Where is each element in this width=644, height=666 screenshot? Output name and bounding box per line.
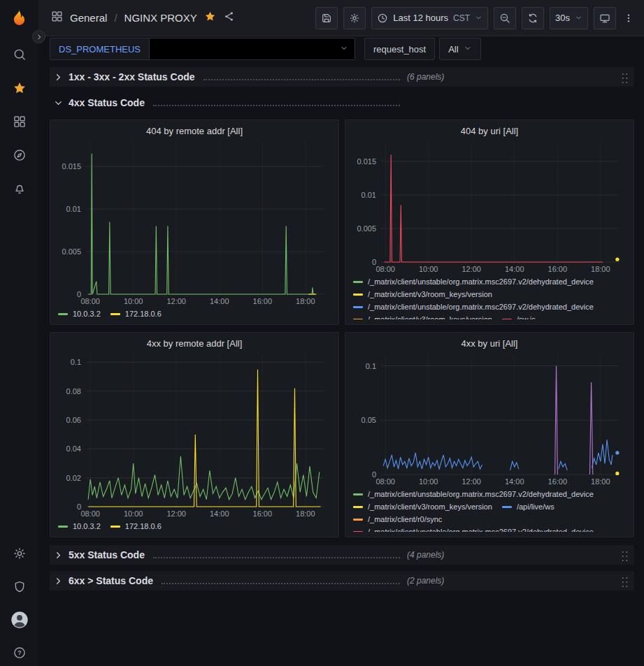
panel-404-by-uri: 404 by uri [All] 00.0050.010.01508:0010:… [345,120,634,325]
refresh-button[interactable] [522,7,544,29]
save-dashboard-button[interactable] [315,7,338,29]
legend-series-swatch [353,493,363,495]
dashboard-variables-bar: DS_PROMETHEUS request_host All [50,38,481,60]
favorite-star-icon[interactable] [204,10,216,25]
svg-text:16:00: 16:00 [253,509,273,518]
apps-icon [51,10,63,25]
breadcrumb-dashboard-title[interactable]: NGINX PROXY [124,12,197,24]
row-panel-count: (4 panels) [407,550,444,560]
row-drag-handle-icon[interactable] [621,71,629,83]
legend-item[interactable]: /_matrix/client/v3/room_keys/version [353,501,492,512]
dashboards-icon[interactable] [0,113,38,130]
share-icon[interactable] [223,10,235,25]
help-icon[interactable]: ? [0,644,38,661]
legend: /_matrix/client/unstable/org.matrix.msc2… [352,274,627,319]
datasource-variable-value[interactable] [150,38,355,60]
legend-series-swatch [353,281,363,283]
svg-text:10:00: 10:00 [419,477,438,486]
legend-item[interactable]: /_matrix/client/unstable/org.matrix.msc2… [353,526,594,532]
legend-item[interactable]: 172.18.0.6 [110,308,162,319]
breadcrumb-section[interactable]: General [70,12,107,24]
svg-text:10:00: 10:00 [124,297,143,305]
svg-text:18:00: 18:00 [296,297,315,305]
svg-text:14:00: 14:00 [210,297,229,305]
svg-text:0.015: 0.015 [357,157,376,166]
svg-text:16:00: 16:00 [548,265,568,273]
svg-text:18:00: 18:00 [591,477,610,486]
svg-text:08:00: 08:00 [375,265,395,273]
request-host-variable-label[interactable]: request_host [364,38,435,60]
legend-item[interactable]: /_matrix/client/unstable/org.matrix.msc2… [353,301,594,312]
search-icon[interactable] [0,46,38,63]
grafana-logo[interactable] [7,6,31,30]
clock-icon [377,13,388,24]
row-header-5xx[interactable]: 5xx Status Code (4 panels) [50,545,634,565]
svg-text:0.04: 0.04 [66,444,81,453]
datasource-variable-label[interactable]: DS_PROMETHEUS [50,38,150,60]
refresh-interval-dropdown[interactable]: 30s [550,7,588,29]
kebab-menu-icon[interactable] [622,7,636,29]
row-header-6xx[interactable]: 6xx > Status Code (2 panels) [50,571,634,591]
panel-title[interactable]: 404 by uri [All] [352,124,627,138]
svg-text:0.01: 0.01 [66,205,81,213]
legend-series-label: /_matrix/client/unstable/org.matrix.msc2… [368,490,594,498]
top-navigation: General / NGINX PROXY Last 12 hours CST … [38,0,644,36]
alerting-bell-icon[interactable] [0,180,38,197]
zoom-out-button[interactable] [494,7,516,29]
legend-series-swatch [110,526,120,528]
panel-title[interactable]: 4xx by remote addr [All] [57,336,332,351]
chart-404-by-uri[interactable]: 00.0050.010.01508:0010:0012:0014:0016:00… [352,138,627,274]
panel-4xx-by-remote-addr: 4xx by remote addr [All] 00.020.040.060.… [50,332,339,537]
row-drag-handle-icon[interactable] [621,575,629,587]
svg-text:0.05: 0.05 [362,416,376,424]
timezone-label: CST [453,13,470,23]
legend-item[interactable]: /_matrix/client/v3/room_keys/version [353,314,492,319]
panel-title[interactable]: 4xx by uri [All] [352,336,627,351]
chart-4xx-by-remote-addr[interactable]: 00.020.040.060.080.108:0010:0012:0014:00… [57,351,332,519]
svg-text:10:00: 10:00 [124,509,143,518]
expand-sidebar-button[interactable] [32,30,45,43]
legend-series-label: /_matrix/client/unstable/org.matrix.msc2… [368,303,594,311]
legend-item[interactable]: /_matrix/client/unstable/org.matrix.msc2… [353,488,594,500]
explore-compass-icon[interactable] [0,147,38,164]
row-title: 6xx > Status Code [69,575,153,586]
legend-item[interactable]: /_matrix/client/unstable/org.matrix.msc2… [353,276,594,287]
legend-item[interactable]: /_matrix/client/v3/room_keys/version [353,289,492,300]
row-title: 5xx Status Code [69,549,145,560]
legend-item[interactable]: 10.0.3.2 [58,308,101,319]
time-range-label: Last 12 hours [393,13,448,23]
legend-item[interactable]: 10.0.3.2 [58,521,101,532]
svg-text:12:00: 12:00 [461,265,481,273]
row-drag-handle-icon[interactable] [621,549,629,561]
legend-series-swatch [353,294,363,296]
legend-item[interactable]: /_matrix/client/r0/sync [353,514,442,525]
time-range-picker[interactable]: Last 12 hours CST [371,7,488,29]
svg-text:14:00: 14:00 [210,509,229,518]
legend-series-swatch [110,313,120,315]
legend-series-label: /api/live/ws [517,502,554,511]
chart-404-by-remote-addr[interactable]: 00.0050.010.01508:0010:0012:0014:0016:00… [57,138,332,306]
chevron-down-icon [53,98,64,108]
dashboard-settings-button[interactable] [343,7,366,29]
tv-mode-button[interactable] [594,7,616,29]
settings-gear-icon[interactable] [0,545,38,562]
legend-series-label: /_matrix/client/v3/room_keys/version [368,290,492,298]
chart-4xx-by-uri[interactable]: 00.050.108:0010:0012:0014:0016:0018:00 [352,351,627,486]
row-header-4xx[interactable]: 4xx Status Code [50,93,634,113]
request-host-variable-value[interactable]: All [439,38,480,60]
legend: 10.0.3.2172.18.0.6 [57,306,332,319]
row-header-1xx-3xx-2xx[interactable]: 1xx - 3xx - 2xx Status Code (6 panels) [50,67,634,87]
row-dotted-leader [153,105,400,106]
refresh-interval-label: 30s [555,13,570,23]
user-avatar[interactable] [0,609,38,630]
legend: /_matrix/client/unstable/org.matrix.msc2… [352,486,627,532]
legend-series-label: /_matrix/client/v3/room_keys/version [368,502,492,511]
panel-404-by-remote-addr: 404 by remote addr [All] 00.0050.010.015… [50,120,339,325]
panel-title[interactable]: 404 by remote addr [All] [57,124,332,138]
legend-item[interactable]: /sw.js [502,314,536,319]
svg-text:16:00: 16:00 [253,297,273,305]
admin-shield-icon[interactable] [0,579,38,595]
legend-item[interactable]: /api/live/ws [502,501,554,512]
legend-item[interactable]: 172.18.0.6 [110,521,162,532]
starred-icon[interactable] [0,80,38,96]
